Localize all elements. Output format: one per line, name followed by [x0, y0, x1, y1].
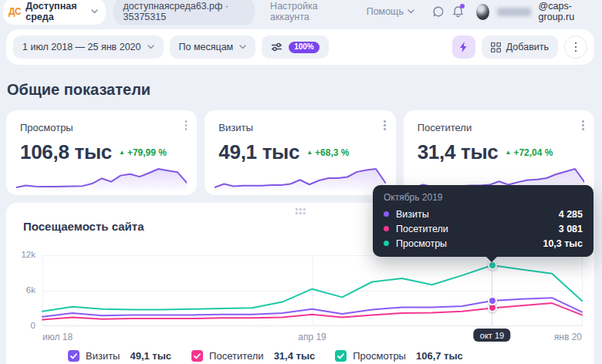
drag-handle-icon[interactable]: [296, 208, 306, 214]
checkbox-checked-icon[interactable]: [335, 350, 347, 362]
checkbox-checked-icon[interactable]: [191, 350, 203, 362]
up-triangle-icon: ▲: [505, 150, 511, 156]
add-widget-label: Добавить: [506, 42, 549, 52]
metric-title: Посетители: [418, 122, 580, 133]
account-settings-link[interactable]: Настройка аккаунта: [270, 1, 342, 22]
chart-title: Посещаемость сайта: [23, 220, 144, 233]
tooltip-row-visitors: Посетители 3 081: [384, 221, 583, 236]
card-menu-icon[interactable]: [582, 120, 584, 130]
tooltip-date: Октябрь 2019: [384, 192, 583, 203]
legend-value: 106,7 тыс: [416, 350, 463, 362]
tooltip-row-pageviews: Просмотры 10,3 тыс: [384, 236, 583, 251]
avatar[interactable]: [476, 4, 489, 20]
chat-icon[interactable]: [432, 5, 445, 18]
counter-switcher[interactable]: ДС Доступная среда: [3, 0, 106, 25]
date-range-label: 1 июл 2018 — 25 янв 2020: [22, 42, 141, 52]
series-dot-icon: [384, 211, 389, 217]
metric-card-visits[interactable]: Визиты 49,1 тыс ▲+68,3 %: [205, 110, 395, 195]
metric-title: Просмотры: [20, 122, 183, 133]
chevron-down-icon: [147, 45, 154, 49]
series-line-Посетители: [42, 303, 582, 320]
legend-label: Посетители: [209, 350, 264, 362]
user-domain: @caps-group.ru: [539, 1, 594, 22]
legend-item-visitors[interactable]: Посетители 31,4 тыс: [191, 350, 315, 362]
legend-item-visits[interactable]: Визиты 49,1 тыс: [68, 350, 171, 362]
sampling-badge: 100%: [289, 42, 320, 53]
series-line-Просмотры: [42, 265, 582, 312]
legend-label: Просмотры: [353, 350, 406, 362]
filters-toolbar: 1 июл 2018 — 25 янв 2020 По месяцам 100%…: [6, 29, 594, 65]
legend-label: Визиты: [86, 350, 120, 362]
help-label: Помощь: [367, 6, 404, 17]
y-tick: 6k: [6, 285, 36, 295]
quick-actions-button[interactable]: [452, 35, 475, 59]
sparkline-pageviews: [16, 165, 187, 193]
hover-point-Визиты: [488, 296, 497, 305]
up-triangle-icon: ▲: [306, 150, 313, 156]
card-menu-icon[interactable]: [185, 120, 188, 130]
chevron-down-icon: [408, 9, 414, 14]
notifications-bell-icon[interactable]: [452, 5, 464, 18]
x-tick: янв 20: [554, 332, 582, 342]
x-tick: апр 19: [298, 332, 326, 342]
site-and-counter-id[interactable]: доступнаясреда63.рф · 35375315: [113, 0, 255, 25]
chart-tooltip: Октябрь 2019 Визиты 4 285 Посетители 3 0…: [373, 185, 594, 257]
metric-value: 49,1 тыс: [218, 140, 299, 164]
widgets-grid-icon: [491, 42, 501, 52]
chevron-down-icon: [91, 9, 98, 14]
chart-legend: Визиты 49,1 тыс Посетители 31,4 тыс Прос…: [68, 350, 463, 362]
metric-delta: ▲+79,99 %: [119, 147, 167, 158]
metric-value: 106,8 тыс: [20, 140, 112, 164]
line-chart-plot[interactable]: [42, 255, 582, 326]
x-tick-active: окт 19: [474, 329, 510, 342]
sparkline-visits: [215, 165, 385, 193]
add-widget-button[interactable]: Добавить: [482, 35, 558, 59]
card-menu-icon[interactable]: [384, 120, 386, 130]
lightning-icon: [459, 42, 468, 52]
date-range-picker[interactable]: 1 июл 2018 — 25 янв 2020: [13, 35, 164, 59]
y-tick: 0: [6, 321, 36, 330]
x-axis: июл 18 апр 19 окт 19 янв 20: [42, 330, 582, 345]
summary-cards-row: Просмотры 106,8 тыс ▲+79,99 % Визиты 49,…: [6, 110, 594, 195]
notification-dot: [460, 4, 465, 8]
x-tick: июл 18: [42, 332, 73, 342]
legend-item-pageviews[interactable]: Просмотры 106,7 тыс: [335, 350, 463, 362]
counter-name: Доступная среда: [25, 1, 86, 22]
user-name-redacted: [497, 8, 531, 16]
metric-delta: ▲+68,3 %: [306, 147, 349, 158]
sliders-icon: [271, 42, 282, 52]
grouping-label: По месяцам: [179, 42, 234, 52]
chevron-down-icon: [239, 45, 246, 49]
help-menu[interactable]: Помощь: [367, 6, 414, 17]
legend-value: 49,1 тыс: [130, 350, 171, 362]
metric-delta: ▲+72,04 %: [505, 147, 553, 158]
y-tick: 12k: [6, 250, 36, 259]
checkbox-checked-icon[interactable]: [68, 350, 79, 362]
series-dot-icon: [384, 226, 389, 231]
dashboard-menu-button[interactable]: [564, 35, 587, 59]
sampling-settings[interactable]: 100%: [262, 35, 329, 59]
series-dot-icon: [384, 241, 389, 246]
metric-value: 31,4 тыс: [418, 140, 499, 164]
metric-title: Визиты: [218, 122, 381, 133]
metric-card-pageviews[interactable]: Просмотры 106,8 тыс ▲+79,99 %: [6, 110, 197, 195]
grouping-select[interactable]: По месяцам: [170, 35, 256, 59]
top-bar: ДС Доступная среда доступнаясреда63.рф ·…: [0, 0, 602, 23]
page-title: Общие показатели: [7, 81, 602, 99]
tooltip-row-visits: Визиты 4 285: [384, 207, 583, 221]
legend-value: 31,4 тыс: [274, 350, 316, 362]
counter-favicon: ДС: [8, 6, 21, 17]
up-triangle-icon: ▲: [119, 150, 125, 156]
metric-card-visitors[interactable]: Посетители 31,4 тыс ▲+72,04 %: [404, 110, 594, 195]
